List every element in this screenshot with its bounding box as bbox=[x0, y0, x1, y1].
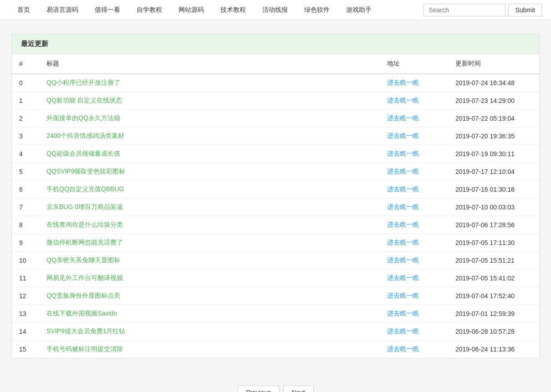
title-link[interactable]: 在线下载外国视频Savido bbox=[46, 310, 117, 317]
cell-link: 进去瞧一瞧 bbox=[380, 341, 448, 358]
cell-num: 14 bbox=[12, 323, 39, 341]
title-link[interactable]: QQ亲密关系免聊天显图标 bbox=[46, 256, 120, 264]
cell-date: 2019-07-20 19:36:35 bbox=[448, 127, 539, 145]
nav-item-game-helper[interactable]: 游戏助手 bbox=[338, 0, 380, 20]
visit-link[interactable]: 进去瞧一瞧 bbox=[387, 114, 419, 122]
cell-link: 进去瞧一瞧 bbox=[380, 199, 448, 216]
cell-date: 2019-07-22 05:19:04 bbox=[448, 110, 539, 127]
cell-num: 11 bbox=[12, 270, 39, 287]
nav-item-website-source[interactable]: 网站源码 bbox=[170, 0, 212, 20]
table-body: 0QQ小程序已经开放注册了进去瞧一瞧2019-07-24 16:34:481QQ… bbox=[12, 74, 539, 358]
cell-link: 进去瞧一瞧 bbox=[380, 252, 448, 270]
cell-title: QQ贵族身份外显图标点亮 bbox=[39, 287, 380, 305]
nav-item-home[interactable]: 首页 bbox=[9, 0, 38, 20]
cell-title: QQ超级会员领储蓄成长值 bbox=[39, 145, 380, 163]
cell-num: 9 bbox=[12, 234, 39, 252]
visit-link[interactable]: 进去瞧一瞧 bbox=[387, 132, 419, 139]
cell-title: QQ小程序已经开放注册了 bbox=[39, 74, 380, 92]
cell-title: QQ亲密关系免聊天显图标 bbox=[39, 252, 380, 270]
cell-title: 网易见外工作台可翻译视频 bbox=[39, 270, 380, 287]
nav-bar: 首页 易语言源码 值得一看 自学教程 网站源码 技术教程 活动线报 绿色软件 游… bbox=[0, 0, 551, 20]
title-link[interactable]: QQ小程序已经开放注册了 bbox=[46, 79, 120, 86]
title-link[interactable]: QQSVIP9领取变色炫彩图标 bbox=[46, 168, 125, 175]
table-row: 5QQSVIP9领取变色炫彩图标进去瞧一瞧2019-07-17 12:10:04 bbox=[12, 163, 539, 181]
title-link[interactable]: QQ超级会员领储蓄成长值 bbox=[46, 150, 120, 157]
title-link[interactable]: 京东BUG 0增百万商品装逼 bbox=[46, 203, 123, 210]
visit-link[interactable]: 进去瞧一瞧 bbox=[387, 310, 419, 317]
cell-link: 进去瞧一瞧 bbox=[380, 234, 448, 252]
cell-date: 2019-07-19 09:30:11 bbox=[448, 145, 539, 163]
nav-item-easy-lang[interactable]: 易语言源码 bbox=[38, 0, 87, 20]
cell-title: 手机QQ自定义充值QBBUG bbox=[39, 181, 380, 199]
visit-link[interactable]: 进去瞧一瞧 bbox=[387, 97, 419, 104]
nav-item-green-software[interactable]: 绿色软件 bbox=[296, 0, 338, 20]
col-header-date: 更新时间 bbox=[448, 54, 539, 74]
visit-link[interactable]: 进去瞧一瞧 bbox=[387, 239, 419, 246]
table-row: 9微信停机断网也能充话费了进去瞧一瞧2019-07-05 17:11:30 bbox=[12, 234, 539, 252]
visit-link[interactable]: 进去瞧一瞧 bbox=[387, 150, 419, 157]
previous-button[interactable]: Previous bbox=[237, 386, 279, 392]
visit-link[interactable]: 进去瞧一瞧 bbox=[387, 168, 419, 175]
cell-date: 2019-07-05 15:51:21 bbox=[448, 252, 539, 270]
cell-title: 在线查询你是什么垃圾分类 bbox=[39, 216, 380, 234]
col-header-num: # bbox=[12, 54, 39, 74]
table-row: 4QQ超级会员领储蓄成长值进去瞧一瞧2019-07-19 09:30:11 bbox=[12, 145, 539, 163]
nav-item-activity-news[interactable]: 活动线报 bbox=[254, 0, 296, 20]
cell-title: 京东BUG 0增百万商品装逼 bbox=[39, 199, 380, 216]
title-link[interactable]: 在线查询你是什么垃圾分类 bbox=[46, 221, 123, 228]
cell-link: 进去瞧一瞧 bbox=[380, 74, 448, 92]
visit-link[interactable]: 进去瞧一瞧 bbox=[387, 221, 419, 228]
cell-date: 2019-07-05 17:11:30 bbox=[448, 234, 539, 252]
search-input[interactable] bbox=[423, 4, 505, 16]
title-link[interactable]: 外面接单的QQ永久方法稳 bbox=[46, 114, 120, 122]
cell-date: 2019-07-05 15:41:02 bbox=[448, 270, 539, 287]
nav-item-worth-seeing[interactable]: 值得一看 bbox=[87, 0, 128, 20]
cell-num: 13 bbox=[12, 305, 39, 323]
cell-link: 进去瞧一瞧 bbox=[380, 287, 448, 305]
title-link[interactable]: 网易见外工作台可翻译视频 bbox=[46, 274, 123, 281]
cell-link: 进去瞧一瞧 bbox=[380, 270, 448, 287]
col-header-title: 标题 bbox=[39, 54, 380, 74]
title-link[interactable]: SVIP9或大会员免费1月红钻 bbox=[46, 327, 125, 335]
cell-num: 4 bbox=[12, 145, 39, 163]
next-button[interactable]: Next bbox=[283, 386, 314, 392]
table-row: 8在线查询你是什么垃圾分类进去瞧一瞧2019-07-06 17:28:56 bbox=[12, 216, 539, 234]
title-link[interactable]: 手机QQ自定义充值QBBUG bbox=[46, 185, 124, 193]
title-link[interactable]: 2400个抖音情感鸡汤类素材 bbox=[46, 132, 124, 139]
table-row: 10QQ亲密关系免聊天显图标进去瞧一瞧2019-07-05 15:51:21 bbox=[12, 252, 539, 270]
title-link[interactable]: 手机号码被标注明提交清除 bbox=[46, 345, 123, 352]
cell-date: 2019-07-24 16:34:48 bbox=[448, 74, 539, 92]
visit-link[interactable]: 进去瞧一瞧 bbox=[387, 345, 419, 352]
submit-button[interactable]: Submit bbox=[508, 4, 542, 16]
cell-num: 1 bbox=[12, 92, 39, 110]
table-row: 0QQ小程序已经开放注册了进去瞧一瞧2019-07-24 16:34:48 bbox=[12, 74, 539, 92]
cell-date: 2019-07-01 12:59:39 bbox=[448, 305, 539, 323]
cell-title: 外面接单的QQ永久方法稳 bbox=[39, 110, 380, 127]
cell-num: 2 bbox=[12, 110, 39, 127]
cell-title: 在线下载外国视频Savido bbox=[39, 305, 380, 323]
cell-link: 进去瞧一瞧 bbox=[380, 181, 448, 199]
cell-link: 进去瞧一瞧 bbox=[380, 92, 448, 110]
nav-item-self-learning[interactable]: 自学教程 bbox=[128, 0, 170, 20]
visit-link[interactable]: 进去瞧一瞧 bbox=[387, 256, 419, 264]
visit-link[interactable]: 进去瞧一瞧 bbox=[387, 185, 419, 193]
nav-item-tech-tutorial[interactable]: 技术教程 bbox=[212, 0, 254, 20]
title-link[interactable]: QQ新功能 自定义在线状态 bbox=[46, 97, 122, 104]
visit-link[interactable]: 进去瞧一瞧 bbox=[387, 79, 419, 86]
cell-num: 12 bbox=[12, 287, 39, 305]
visit-link[interactable]: 进去瞧一瞧 bbox=[387, 292, 419, 299]
cell-num: 6 bbox=[12, 181, 39, 199]
table-row: 15手机号码被标注明提交清除进去瞧一瞧2019-06-24 11:13:36 bbox=[12, 341, 539, 358]
cell-title: SVIP9或大会员免费1月红钻 bbox=[39, 323, 380, 341]
cell-title: 微信停机断网也能充话费了 bbox=[39, 234, 380, 252]
cell-date: 2019-06-28 10:57:28 bbox=[448, 323, 539, 341]
table-row: 13在线下载外国视频Savido进去瞧一瞧2019-07-01 12:59:39 bbox=[12, 305, 539, 323]
cell-date: 2019-07-10 00:03:03 bbox=[448, 199, 539, 216]
title-link[interactable]: QQ贵族身份外显图标点亮 bbox=[46, 292, 120, 299]
title-link[interactable]: 微信停机断网也能充话费了 bbox=[46, 239, 123, 246]
table-row: 2外面接单的QQ永久方法稳进去瞧一瞧2019-07-22 05:19:04 bbox=[12, 110, 539, 127]
visit-link[interactable]: 进去瞧一瞧 bbox=[387, 203, 419, 210]
cell-link: 进去瞧一瞧 bbox=[380, 323, 448, 341]
visit-link[interactable]: 进去瞧一瞧 bbox=[387, 327, 419, 335]
visit-link[interactable]: 进去瞧一瞧 bbox=[387, 274, 419, 281]
